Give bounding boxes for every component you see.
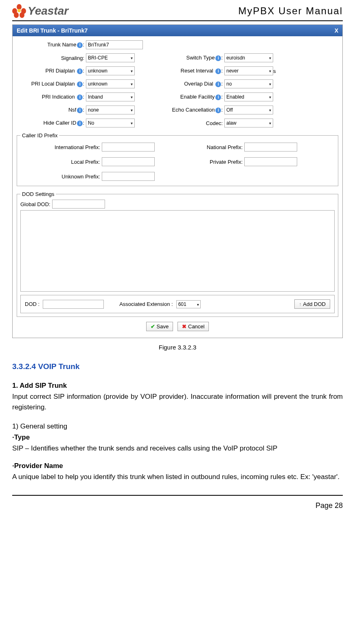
paragraph-intro: Input correct SIP information (provide b… xyxy=(12,391,343,413)
reset-suffix: s xyxy=(273,68,278,74)
overlap-dial-select[interactable]: no xyxy=(224,79,273,88)
hide-caller-label: Hide Caller ID xyxy=(43,120,76,126)
dialog-buttons: ✔ Save ✖ Cancel xyxy=(17,317,338,335)
unknown-prefix-label: Unknown Prefix: xyxy=(20,174,102,180)
national-prefix-label: National Prefix: xyxy=(163,144,244,150)
dod-list-area xyxy=(20,210,335,292)
echo-cancel-label: Echo Cancellation xyxy=(172,107,215,113)
x-icon: ✖ xyxy=(182,323,186,330)
type-heading: ·Type xyxy=(12,433,343,442)
dod-settings-group: DOD Settings Global DOD: DOD : Associate… xyxy=(17,191,338,317)
info-icon[interactable]: i xyxy=(215,68,221,74)
pri-dialplan-label: PRI Dialplan xyxy=(45,68,75,74)
reset-interval-label: Reset Interval xyxy=(181,68,213,74)
cancel-label: Cancel xyxy=(188,323,204,330)
global-dod-input[interactable] xyxy=(52,200,105,209)
info-icon[interactable]: i xyxy=(77,108,83,113)
private-prefix-label: Private Prefix: xyxy=(163,159,244,165)
page-footer: Page 28 xyxy=(12,495,343,510)
up-arrow-icon: ↑ xyxy=(299,301,301,307)
info-icon[interactable]: i xyxy=(215,55,221,61)
codec-label: Codec: xyxy=(206,120,223,126)
info-icon[interactable]: i xyxy=(215,108,221,113)
add-dod-label: Add DOD xyxy=(303,301,326,307)
assoc-ext-select[interactable]: 601 xyxy=(176,300,201,308)
dod-add-row: DOD : Associated Extension : 601 ↑Add DO… xyxy=(20,295,335,313)
local-prefix-label: Local Prefix: xyxy=(20,159,102,165)
document-title: MyPBX User Manual xyxy=(238,5,343,17)
echo-cancel-select[interactable]: Off xyxy=(224,106,273,114)
codec-select[interactable]: alaw xyxy=(224,119,273,127)
page-header: Yeastar MyPBX User Manual xyxy=(12,4,343,21)
type-paragraph: SIP – Identifies whether the trunk sends… xyxy=(12,443,343,454)
nsf-select[interactable]: none xyxy=(86,106,135,114)
add-dod-button[interactable]: ↑Add DOD xyxy=(294,299,330,309)
close-icon[interactable]: X xyxy=(335,27,338,34)
cancel-button[interactable]: ✖ Cancel xyxy=(178,322,209,331)
info-icon[interactable]: i xyxy=(77,42,83,48)
flower-icon xyxy=(12,4,26,18)
pri-indication-label: PRI Indication xyxy=(42,94,75,100)
dod-label: DOD : xyxy=(25,301,39,307)
signaling-select[interactable]: BRI-CPE xyxy=(86,53,135,62)
dod-legend: DOD Settings xyxy=(20,191,56,197)
prefix-legend: Caller ID Prefix xyxy=(20,132,59,138)
intl-prefix-label: International Prefix: xyxy=(20,144,102,150)
info-icon[interactable]: i xyxy=(77,95,83,100)
caller-id-prefix-group: Caller ID Prefix International Prefix: N… xyxy=(17,132,338,186)
pri-dialplan-select[interactable]: unknown xyxy=(86,66,135,75)
provider-heading: ·Provider Name xyxy=(12,462,343,470)
main-settings-grid: Trunk Namei: Signaling: BRI-CPE Switch T… xyxy=(17,40,338,127)
save-label: Save xyxy=(157,323,169,330)
page-number: Page 28 xyxy=(316,501,343,510)
edit-trunk-dialog: Edit BRI Trunk - BriTrunk7 X Trunk Namei… xyxy=(12,24,343,338)
global-dod-label: Global DOD: xyxy=(20,201,50,207)
subheading-add-sip: 1. Add SIP Trunk xyxy=(12,382,343,390)
private-prefix-input[interactable] xyxy=(244,157,297,166)
assoc-ext-label: Associated Extension : xyxy=(119,301,173,307)
trunk-name-input[interactable] xyxy=(86,40,143,49)
switch-type-select[interactable]: euroisdn xyxy=(224,53,273,62)
info-icon[interactable]: i xyxy=(215,95,221,100)
intl-prefix-input[interactable] xyxy=(102,143,155,152)
provider-paragraph: A unique label to help you identify this… xyxy=(12,472,343,482)
general-setting: 1) General setting xyxy=(12,421,343,432)
unknown-prefix-input[interactable] xyxy=(102,172,155,181)
info-icon[interactable]: i xyxy=(77,81,83,87)
info-icon[interactable]: i xyxy=(215,81,221,87)
local-prefix-input[interactable] xyxy=(102,157,155,166)
section-title: 3.3.2.4 VOIP Trunk xyxy=(12,362,343,371)
pri-indication-select[interactable]: Inband xyxy=(86,92,135,101)
dialog-title-text: Edit BRI Trunk - BriTrunk7 xyxy=(17,27,88,34)
switch-type-label: Switch Type xyxy=(186,55,215,61)
reset-interval-select[interactable]: never xyxy=(224,66,273,75)
dod-input[interactable] xyxy=(43,300,104,309)
enable-facility-select[interactable]: Enabled xyxy=(224,92,273,101)
national-prefix-input[interactable] xyxy=(244,143,297,152)
pri-local-dialplan-label: PRI Local Dialplan xyxy=(31,81,75,87)
info-icon[interactable]: i xyxy=(77,68,83,74)
trunk-name-label: Trunk Name xyxy=(47,42,76,48)
save-button[interactable]: ✔ Save xyxy=(146,322,173,331)
hide-caller-select[interactable]: No xyxy=(86,119,135,127)
enable-facility-label: Enable Facility xyxy=(180,94,215,100)
dialog-titlebar: Edit BRI Trunk - BriTrunk7 X xyxy=(13,25,342,36)
signaling-label: Signaling: xyxy=(61,55,84,61)
info-icon[interactable]: i xyxy=(77,121,83,126)
nsf-label: Nsf xyxy=(68,107,77,113)
brand-logo: Yeastar xyxy=(12,4,68,18)
figure-caption: Figure 3.3.2.3 xyxy=(12,344,343,351)
overlap-dial-label: Overlap Dial xyxy=(184,81,213,87)
brand-text: Yeastar xyxy=(28,4,68,18)
pri-local-dialplan-select[interactable]: unknown xyxy=(86,79,135,88)
check-icon: ✔ xyxy=(151,323,155,330)
